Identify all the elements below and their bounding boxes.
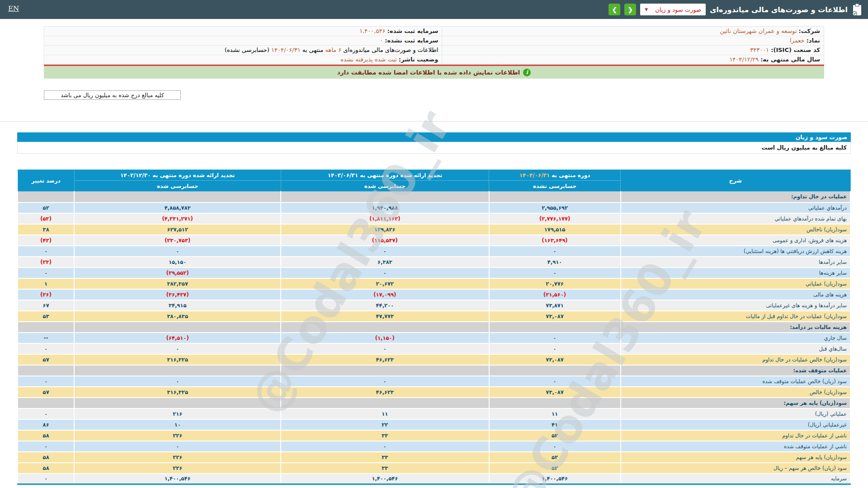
table-row: سود(زیان) ناخالص۱۷۹,۵۱۵۱۲۹,۸۲۶۶۲۷,۵۱۲۳۸ [18, 224, 850, 235]
topbar-controls: ❮ ❯ ▼ صورت سود و زیان اطلاعات و صورت‌های… [609, 0, 863, 19]
header-current-audit: حسابرسی نشده [489, 181, 621, 192]
row-label: هزینه مالیات بر درآمد: [621, 322, 850, 333]
row-value: ۷۳,۰۸۷ [489, 387, 621, 398]
row-value: ۴۱ [489, 419, 621, 430]
row-value: ۱,۴۰۰,۵۴۶ [74, 474, 281, 484]
row-label: سود(زیان) خالص [621, 387, 850, 398]
row-value: ۴,۹۱۰ [489, 257, 621, 267]
row-value: ۰ [18, 376, 74, 387]
table-row: سود(زیان) خالص عملیات در حال تداوم۷۳,۰۸۷… [18, 354, 850, 365]
row-value: ۳۸ [18, 224, 74, 235]
row-value: ۱۰ [74, 419, 281, 430]
row-value: ۲۱۶ [74, 408, 281, 419]
statement-unit-note: کلیه مبالغ به میلیون ریال است [17, 142, 851, 154]
row-label: بهای تمام شده درآمدهاي عملياتي [621, 213, 850, 224]
table-row: هزینه کاهش ارزش دریافتني ها (هزینه استثن… [18, 246, 850, 257]
chevron-left-icon: ❮ [612, 6, 617, 13]
topbar: EN ❮ ❯ ▼ صورت سود و زیان اطلاعات و صورت‌… [0, 0, 868, 19]
row-value: ۵۲ [489, 452, 621, 463]
table-row: سود(زیان) خالص۷۳,۰۸۷۴۶,۶۲۳۳۱۶,۳۲۵۵۷ [18, 387, 850, 398]
row-value: ۸۶ [18, 419, 74, 430]
period-mid: منتهی به [302, 47, 323, 53]
row-value: ۳۳ [281, 463, 489, 474]
header-current-date: ۱۴۰۴/۰۶/۳۱ [519, 172, 550, 178]
row-value: ۷۳,۰۸۷ [489, 311, 621, 322]
table-row: بهای تمام شده درآمدهاي عملياتي(۲,۷۷۶,۱۷۷… [18, 213, 850, 224]
row-value: ۲۰,۶۷۲ [281, 278, 489, 289]
header-current-prefix: دوره منتهی به [552, 172, 590, 178]
row-value: ۱۵,۱۵۰ [74, 257, 281, 267]
row-value: ۱۱ [489, 408, 621, 419]
row-label: سود (زیان) خالص عملیات متوقف شده [621, 376, 850, 387]
table-row: سایر درآمدها و هزینه های غیرعملیاتی۷۳,۸۷… [18, 300, 850, 311]
row-value: ۵۲ [489, 430, 621, 441]
row-value: ۵۸ [18, 452, 74, 463]
row-value [281, 398, 489, 408]
row-value: ۳۸۰,۸۳۵ [74, 311, 281, 322]
row-label: سایر درآمدها و هزینه های غیرعملیاتی [621, 300, 850, 311]
header-prev2-audit: حسابرسی شده [74, 181, 281, 192]
row-value: ۱۲۹,۸۲۶ [281, 224, 489, 235]
profit-loss-table: شرح دوره منتهی به ۱۴۰۴/۰۶/۳۱ تجدید ارائه… [17, 169, 851, 485]
row-value: ۳۱۶,۳۲۵ [74, 387, 281, 398]
table-row: سرمایه۱,۴۰۰,۵۴۶۱,۴۰۰,۵۴۶۱,۴۰۰,۵۴۶۰ [18, 474, 850, 484]
row-value: ۰ [18, 441, 74, 452]
row-value [74, 365, 281, 376]
row-value [74, 322, 281, 333]
row-value: ۱۱ [281, 408, 489, 419]
statement-title-bar: صورت سود و زیان [17, 132, 851, 142]
row-value: ۱ [18, 278, 74, 289]
info-row: کد صنعت (ISIC): ۳۴۳۰۰۱ اطلاعات و صورت‌ها… [44, 46, 824, 55]
row-value: (۱,۸۱۱,۱۶۲) [281, 213, 489, 224]
registered-capital-cell: سرمایه ثبت شده: ۱,۴۰۰,۵۴۶ [44, 27, 442, 36]
company-info-table: شرکت: توسعه و عمران شهرستان نائین سرمایه… [44, 26, 824, 65]
row-value [489, 322, 621, 333]
row-value: (۳۶,۴۳۷) [74, 289, 281, 300]
row-label: عملیات در حال تداوم: [621, 192, 850, 202]
info-row: نماد: خعمرا سرمایه ثبت نشده: ۰ [44, 36, 824, 46]
chevron-down-icon: ▼ [645, 7, 648, 12]
row-value: ۱,۹۴۰,۹۸۸ [281, 202, 489, 213]
table-row: هزینه های مالی(۲۱,۵۶۰)(۱۷,۰۹۹)(۳۶,۴۳۷)(۲… [18, 289, 850, 300]
language-toggle-link[interactable]: EN [8, 5, 19, 13]
row-label: سود(زیان) عملیات در حال تداوم قبل از مال… [621, 311, 850, 322]
table-row: سود(زیان) پایه هر سهم۵۲۳۳۲۲۶۵۸ [18, 452, 850, 463]
row-value: ۷۳,۰۸۷ [489, 354, 621, 365]
row-value: ۰ [18, 246, 74, 257]
row-value: ۲۲۶ [74, 463, 281, 474]
previous-statement-button[interactable]: ❮ [609, 4, 620, 15]
row-value: (۲,۷۷۶,۱۷۷) [489, 213, 621, 224]
row-value: ۵۸ [18, 463, 74, 474]
row-value: ۵۷ [18, 354, 74, 365]
row-label: درآمدهاي عملياتي [621, 202, 850, 213]
table-row: سایر هزینه‌ها۰۰(۲۹,۵۵۲)۰ [18, 267, 850, 278]
next-statement-button[interactable]: ❯ [624, 4, 636, 15]
row-value: ۳۴,۹۱۵ [74, 300, 281, 311]
row-value: (۱۷,۰۹۹) [281, 289, 489, 300]
registered-capital-label: سرمایه ثبت شده: [387, 28, 439, 34]
row-label: سایر هزینه‌ها [621, 267, 850, 278]
row-value: ۳۸۲,۳۵۷ [74, 278, 281, 289]
row-value [74, 398, 281, 408]
row-value: ۳۳ [281, 430, 489, 441]
page: EN ❮ ❯ ▼ صورت سود و زیان اطلاعات و صورت‌… [0, 0, 868, 488]
row-value: ۶۲۷,۵۱۲ [74, 224, 281, 235]
table-row: غیرعملیاتي (ریال)۴۱۲۲۱۰۸۶ [18, 419, 850, 430]
table-row: ناشي از عملیات در حال تداوم۵۲۳۳۲۲۶۵۸ [18, 430, 850, 441]
row-value: ۷۳,۸۷۱ [489, 300, 621, 311]
row-label: ناشي از عملیات در حال تداوم [621, 430, 850, 441]
period-months: ۶ ماهه [325, 47, 341, 53]
statement-type-value: صورت سود و زیان [655, 6, 701, 13]
row-value: ۲۲۶ [74, 452, 281, 463]
symbol-label: نماد: [807, 37, 820, 44]
row-value: ۰ [18, 408, 74, 419]
row-value [281, 192, 489, 202]
row-label: سایر درآمدها [621, 257, 850, 267]
statement-type-dropdown[interactable]: ▼ صورت سود و زیان [640, 4, 706, 15]
row-value: ۰ [489, 376, 621, 387]
company-info-section: شرکت: توسعه و عمران شهرستان نائین سرمایه… [44, 26, 824, 79]
company-cell: شرکت: توسعه و عمران شهرستان نائین [442, 27, 824, 36]
row-value: ۴۶,۶۲۳ [281, 354, 489, 365]
row-label: هزینه های فروش، اداری و عمومی [621, 235, 850, 246]
row-value: ۶۷ [18, 300, 74, 311]
